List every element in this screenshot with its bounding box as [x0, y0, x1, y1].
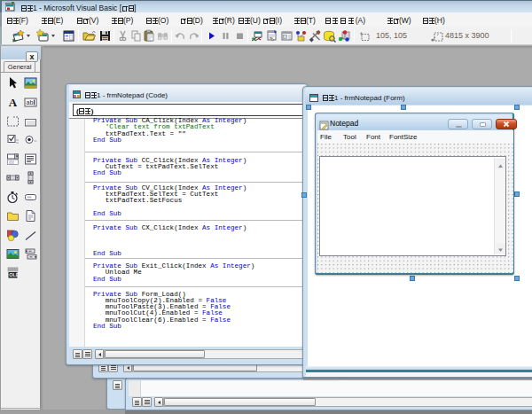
svg-text:OLE: OLE — [9, 272, 20, 277]
svg-text:ab: ab — [27, 99, 34, 105]
